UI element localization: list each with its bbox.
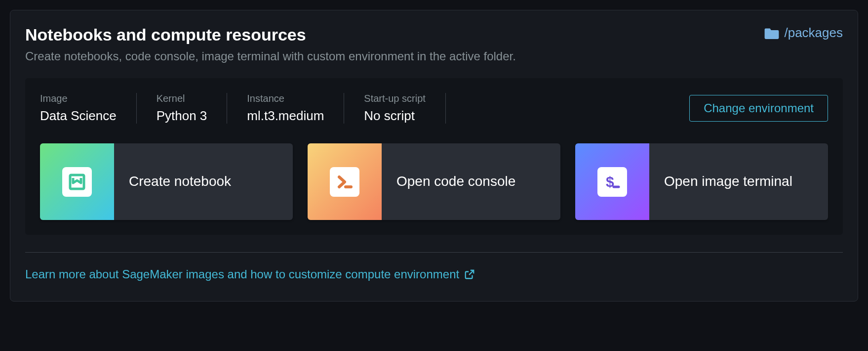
- create-notebook-label: Create notebook: [114, 143, 293, 220]
- env-startup-value: No script: [364, 108, 425, 124]
- external-link-icon: [464, 269, 475, 280]
- env-instance: Instance ml.t3.medium: [227, 93, 344, 124]
- open-image-terminal-card[interactable]: $ Open image terminal: [575, 143, 828, 220]
- open-code-console-icon-box: [308, 143, 382, 220]
- notebooks-panel: Notebooks and compute resources Create n…: [10, 10, 858, 302]
- divider: [25, 252, 843, 253]
- open-image-terminal-label: Open image terminal: [649, 143, 828, 220]
- terminal-icon: $: [597, 167, 627, 197]
- env-image-label: Image: [40, 93, 117, 104]
- notebook-icon: [62, 167, 92, 197]
- open-code-console-card[interactable]: Open code console: [308, 143, 560, 220]
- env-instance-label: Instance: [247, 93, 324, 104]
- env-image-value: Data Science: [40, 108, 117, 124]
- environment-row: Image Data Science Kernel Python 3 Insta…: [40, 93, 828, 124]
- environment-box: Image Data Science Kernel Python 3 Insta…: [25, 78, 843, 235]
- create-notebook-icon-box: [40, 143, 114, 220]
- learn-more-text: Learn more about SageMaker images and ho…: [25, 267, 459, 281]
- env-kernel: Kernel Python 3: [137, 93, 228, 124]
- env-kernel-label: Kernel: [157, 93, 207, 104]
- env-instance-value: ml.t3.medium: [247, 108, 324, 124]
- folder-path-link[interactable]: /packages: [764, 25, 843, 41]
- env-kernel-value: Python 3: [157, 108, 207, 124]
- folder-path-text: /packages: [784, 25, 843, 41]
- create-notebook-card[interactable]: Create notebook: [40, 143, 293, 220]
- panel-title: Notebooks and compute resources: [25, 25, 516, 44]
- open-image-terminal-icon-box: $: [575, 143, 649, 220]
- env-startup-label: Start-up script: [364, 93, 425, 104]
- header-text: Notebooks and compute resources Create n…: [25, 25, 516, 63]
- change-environment-button[interactable]: Change environment: [689, 95, 828, 122]
- console-icon: [330, 167, 359, 197]
- panel-subtitle: Create notebooks, code console, image te…: [25, 49, 516, 63]
- action-cards-row: Create notebook Open code console: [40, 143, 828, 220]
- open-code-console-label: Open code console: [382, 143, 560, 220]
- panel-header: Notebooks and compute resources Create n…: [25, 25, 843, 63]
- folder-icon: [764, 27, 779, 39]
- env-startup: Start-up script No script: [344, 93, 445, 124]
- env-image: Image Data Science: [40, 93, 137, 124]
- learn-more-link[interactable]: Learn more about SageMaker images and ho…: [25, 267, 475, 281]
